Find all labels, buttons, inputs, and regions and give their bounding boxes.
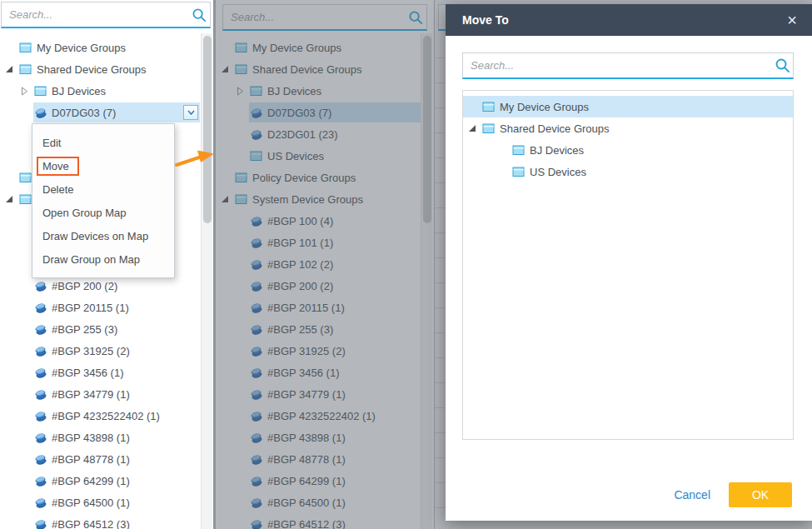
expander-spacer	[468, 102, 481, 112]
expand-icon[interactable]	[20, 86, 33, 96]
expander-spacer	[20, 281, 33, 291]
device-group-icon	[34, 453, 50, 466]
tree-item-bgp-20115-1[interactable]: #BGP 20115 (1)	[0, 297, 200, 318]
expander-spacer	[20, 476, 33, 486]
annotation-arrow	[175, 145, 217, 170]
tree-item-label: D07DG03 (7)	[50, 107, 116, 119]
tree-item-bgp-64500-1[interactable]: #BGP 64500 (1)	[0, 492, 200, 513]
device-group-icon	[34, 518, 50, 529]
expander-spacer	[20, 389, 33, 399]
dialog-search-input[interactable]	[463, 53, 771, 77]
expander-spacer	[5, 42, 18, 52]
tree-item-bgp-4232522402-1[interactable]: #BGP 4232522402 (1)	[0, 405, 200, 427]
collapse-icon[interactable]	[5, 64, 18, 74]
tree-item-label: #BGP 31925 (2)	[50, 345, 130, 357]
tree-item-label: #BGP 3456 (1)	[50, 367, 123, 379]
scrollbar-thumb[interactable]	[203, 36, 212, 223]
context-menu-item-label: Open Group Map	[42, 207, 126, 219]
target-group-tree-box: My Device GroupsShared Device GroupsBJ D…	[462, 90, 794, 440]
tree-item-label: BJ Devices	[528, 144, 584, 157]
expander-spacer	[20, 411, 33, 421]
group-context-menu: EditMoveDeleteOpen Group MapDraw Devices…	[32, 123, 175, 278]
tree-item-label: #BGP 255 (3)	[50, 323, 117, 336]
cancel-button[interactable]: Cancel	[674, 488, 710, 502]
expander-spacer	[20, 346, 33, 356]
tree-item-bgp-64512-3[interactable]: #BGP 64512 (3)	[0, 513, 200, 529]
tree-item-bgp-43898-1[interactable]: #BGP 43898 (1)	[0, 427, 200, 448]
group-actions-dropdown-button[interactable]	[183, 105, 198, 120]
expander-spacer	[498, 167, 511, 177]
device-group-folder-icon	[34, 85, 50, 97]
tree-item-label: #BGP 20115 (1)	[50, 302, 129, 314]
tree-item-label: #BGP 34779 (1)	[50, 388, 130, 401]
device-group-icon	[34, 388, 50, 401]
tree-item-label: My Device Groups	[35, 42, 126, 54]
tree-item-label: My Device Groups	[498, 101, 589, 113]
tree-item-label: #BGP 64299 (1)	[50, 475, 130, 487]
device-group-icon	[34, 345, 50, 357]
device-group-folder-icon	[19, 63, 35, 75]
device-group-folder-icon	[512, 144, 528, 156]
context-menu-item-move[interactable]: Move	[32, 154, 174, 177]
tree-item-us-devices[interactable]: US Devices	[463, 161, 793, 182]
device-group-folder-icon	[19, 42, 35, 53]
tree-item-label: #BGP 48778 (1)	[50, 453, 130, 466]
tree-item-label: #BGP 200 (2)	[50, 280, 117, 292]
tree-item-label: #BGP 43898 (1)	[50, 432, 130, 444]
expander-spacer	[20, 432, 33, 442]
left-panel-scrollbar[interactable]	[201, 33, 212, 529]
tree-item-label: BJ Devices	[50, 85, 106, 97]
device-group-search-input[interactable]	[2, 2, 188, 27]
expander-spacer	[5, 172, 18, 182]
device-group-icon	[34, 302, 50, 314]
tree-item-my-device-groups[interactable]: My Device Groups	[0, 37, 200, 58]
close-icon[interactable]: ×	[782, 12, 802, 28]
tree-item-bj-devices[interactable]: BJ Devices	[0, 80, 200, 102]
context-menu-item-edit[interactable]: Edit	[32, 131, 174, 154]
context-menu-item-label: Delete	[42, 183, 74, 196]
collapse-icon[interactable]	[468, 123, 481, 133]
context-menu-item-draw-devices-on-map[interactable]: Draw Devices on Map	[32, 224, 174, 247]
expander-spacer	[20, 497, 33, 507]
target-group-tree: My Device GroupsShared Device GroupsBJ D…	[463, 91, 793, 439]
expander-spacer	[20, 302, 33, 312]
tree-item-label: #BGP 64500 (1)	[50, 497, 130, 509]
tree-item-d07dg03-7[interactable]: D07DG03 (7)	[0, 102, 200, 123]
device-group-icon	[34, 410, 50, 422]
tree-item-label: #BGP 4232522402 (1)	[50, 410, 160, 422]
context-menu-item-label: Edit	[42, 137, 61, 149]
dialog-title: Move To	[462, 13, 782, 27]
device-group-search-box	[1, 2, 211, 28]
tree-item-label: #BGP 64512 (3)	[50, 518, 130, 529]
ok-button[interactable]: OK	[729, 482, 792, 507]
tree-item-bgp-64299-1[interactable]: #BGP 64299 (1)	[0, 470, 200, 492]
device-group-icon	[34, 497, 50, 509]
context-menu-item-open-group-map[interactable]: Open Group Map	[32, 201, 174, 224]
context-menu-item-draw-group-on-map[interactable]: Draw Group on Map	[32, 247, 174, 271]
device-group-folder-icon	[482, 122, 498, 134]
expander-spacer	[20, 367, 33, 377]
tree-item-bgp-48778-1[interactable]: #BGP 48778 (1)	[0, 448, 200, 470]
tree-item-shared-device-groups[interactable]: Shared Device Groups	[0, 58, 200, 80]
expander-spacer	[20, 519, 33, 529]
move-to-dialog: Move To × My Device GroupsShared Device …	[446, 4, 812, 521]
context-menu-item-delete[interactable]: Delete	[32, 177, 174, 201]
tree-item-bgp-255-3[interactable]: #BGP 255 (3)	[0, 318, 200, 340]
device-group-icon	[34, 107, 50, 119]
tree-item-my-device-groups[interactable]: My Device Groups	[463, 96, 793, 117]
tree-item-bgp-31925-2[interactable]: #BGP 31925 (2)	[0, 340, 200, 362]
device-group-icon	[34, 367, 50, 379]
context-menu-item-label: Move	[37, 157, 79, 176]
dialog-header: Move To ×	[446, 4, 812, 36]
tree-item-bgp-3456-1[interactable]: #BGP 3456 (1)	[0, 362, 200, 383]
tree-item-bj-devices[interactable]: BJ Devices	[463, 139, 793, 161]
tree-item-label: US Devices	[528, 166, 586, 178]
device-group-icon	[34, 475, 50, 487]
device-groups-panel: My Device GroupsShared Device GroupsBJ D…	[0, 0, 213, 529]
tree-item-shared-device-groups[interactable]: Shared Device Groups	[463, 117, 793, 139]
device-group-move-screen: My Device GroupsShared Device GroupsBJ D…	[0, 0, 812, 529]
collapse-icon[interactable]	[5, 194, 18, 204]
tree-item-label: Shared Device Groups	[35, 63, 147, 76]
tree-item-bgp-34779-1[interactable]: #BGP 34779 (1)	[0, 383, 200, 405]
expander-spacer	[498, 145, 511, 155]
